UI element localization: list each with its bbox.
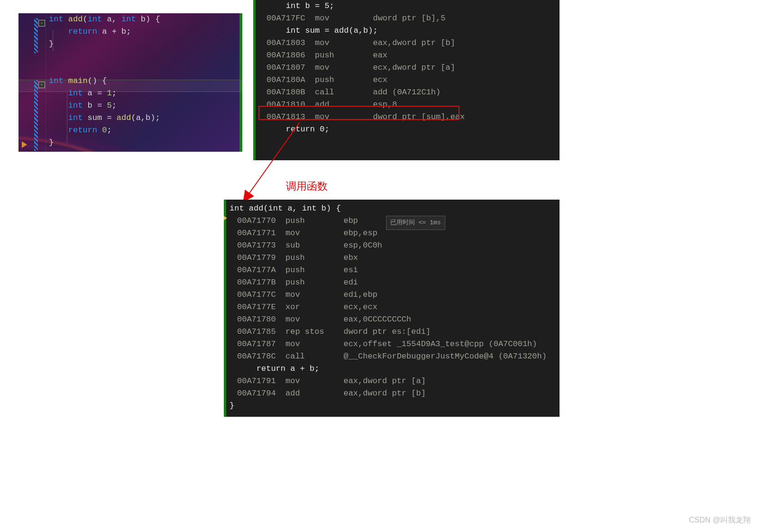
asm-line: 00A71773 sub esp,0C0h [224, 239, 560, 252]
code-line: int add(int a, int b) { [49, 13, 160, 26]
asm-line: 00A71807 mov ecx,dword ptr [a] [253, 62, 560, 74]
asm-lines: 00A71791 mov eax,dword ptr [a]00A71794 a… [224, 375, 560, 400]
asm-source-line: } [224, 400, 560, 412]
asm-line: 00A71785 rep stos dword ptr es:[edi] [224, 326, 560, 338]
asm-line: 00A71791 mov eax,dword ptr [a] [224, 375, 560, 387]
asm-line: 00A717FC mov dword ptr [b],5 [253, 12, 560, 25]
disassembly-add-panel[interactable]: int add(int a, int b) { 00A71770 push eb… [224, 200, 560, 417]
watermark: CSDN @叫我龙翔 [689, 515, 751, 525]
asm-line: 00A7177B push edi [224, 276, 560, 289]
code-line: } [49, 38, 54, 50]
asm-line: 00A7178C call @__CheckForDebuggerJustMyC… [224, 350, 560, 363]
code-line: return 0; [49, 124, 112, 137]
code-line: int main() { [49, 75, 107, 87]
instruction-pointer-icon [224, 215, 227, 221]
code-line: return a + b; [49, 26, 131, 38]
annotation-highlight-box [258, 106, 459, 120]
source-code[interactable]: int add(int a, int b) { return a + b; } … [18, 13, 242, 152]
asm-source-line: int add(int a, int b) { [224, 202, 560, 215]
perf-badge[interactable]: 已用时间 <= 1ms [386, 216, 445, 230]
asm-line: 00A71779 push ebx [224, 252, 560, 264]
asm-line: 00A7180B call add (0A712C1h) [253, 86, 560, 99]
code-line: } [49, 137, 54, 149]
asm-line: int sum = add(a,b); [253, 25, 560, 37]
asm-line: 00A7180A push ecx [253, 74, 560, 86]
asm-line: return 0; [253, 123, 560, 136]
asm-line: 00A71806 push eax [253, 49, 560, 62]
asm-source-line: return a + b; [224, 363, 560, 375]
asm-line: 00A7177C mov edi,ebp [224, 289, 560, 301]
asm-line: 00A7177E xor ecx,ecx [224, 301, 560, 313]
scroll-marker [253, 0, 256, 160]
annotation-label: 调用函数 [286, 179, 328, 193]
disassembly-main-panel[interactable]: int b = 5;00A717FC mov dword ptr [b],5 i… [253, 0, 560, 160]
asm-line: 00A7177A push esi [224, 264, 560, 276]
asm-line: 00A71794 add eax,dword ptr [b] [224, 387, 560, 400]
code-line: int a = 1; [49, 87, 117, 100]
asm-lines: 00A71770 push ebp00A71771 mov ebp,esp00A… [224, 215, 560, 363]
asm-line: 00A71780 mov eax,0CCCCCCCCh [224, 313, 560, 326]
source-code-panel: - - int add(int a, int b) { return a + b… [18, 13, 242, 152]
asm-line: 00A71787 mov ecx,offset _1554D9A3_test@c… [224, 338, 560, 350]
asm-line: int b = 5; [253, 0, 560, 12]
code-line: int b = 5; [49, 100, 117, 112]
code-line: int sum = add(a,b); [49, 112, 160, 124]
scroll-marker [224, 200, 226, 417]
asm-line: 00A71803 mov eax,dword ptr [b] [253, 37, 560, 49]
